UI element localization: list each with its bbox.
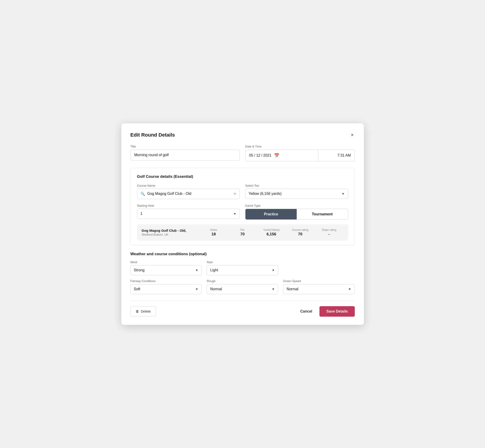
course-info-name-bold: Gog Magog Golf Club - Old, — [142, 229, 199, 232]
edit-round-modal: Edit Round Details × Title Date & Time 0… — [121, 123, 364, 325]
select-tee-dropdown[interactable]: Yellow (6,156 yards) ▼ — [245, 189, 348, 199]
weather-section: Weather and course conditions (optional)… — [130, 252, 355, 294]
delete-label: Delete — [141, 309, 151, 313]
trash-icon: 🗑 — [136, 309, 139, 313]
course-name-search[interactable]: 🔍 Gog Magog Golf Club - Old ✕ — [137, 189, 240, 199]
starting-hole-label: Starting Hole — [137, 204, 240, 207]
wind-dropdown[interactable]: Strong ▼ — [130, 265, 202, 275]
select-tee-label: Select Tee — [245, 184, 348, 187]
green-speed-value: Normal — [287, 287, 299, 291]
rain-label: Rain — [207, 260, 278, 264]
par-label: Par — [241, 228, 245, 232]
course-info-location: Shelford Bottom, UK — [142, 233, 199, 236]
rain-field: Rain Light ▼ — [207, 260, 278, 275]
game-type-toggle: Practice Tournament — [245, 209, 348, 220]
green-speed-label: Green Speed — [283, 279, 355, 283]
course-rating-value: 70 — [298, 232, 302, 237]
time-value: 7:31 AM — [338, 153, 351, 158]
golf-course-section: Golf Course details (Essential) Course N… — [130, 168, 355, 245]
par-stat: Par 70 — [228, 228, 257, 237]
date-value: 05 / 12 / 2021 — [249, 153, 271, 158]
select-tee-value: Yellow (6,156 yards) — [249, 192, 282, 196]
title-input[interactable] — [130, 150, 240, 160]
fairway-label: Fairway Conditions — [130, 279, 202, 283]
rough-label: Rough — [207, 279, 278, 283]
select-tee-field: Select Tee Yellow (6,156 yards) ▼ — [245, 184, 348, 199]
course-tee-row: Course Name 🔍 Gog Magog Golf Club - Old … — [137, 184, 348, 199]
footer-right: Cancel Save Details — [299, 306, 355, 317]
weather-section-title: Weather and course conditions (optional) — [130, 252, 355, 256]
conditions-row: Fairway Conditions Soft ▼ Rough Normal ▼… — [130, 279, 355, 294]
rough-dropdown[interactable]: Normal ▼ — [207, 284, 278, 294]
wind-value: Strong — [134, 268, 145, 272]
course-name-value: Gog Magog Golf Club - Old — [147, 192, 231, 196]
chevron-down-icon-rain: ▼ — [272, 268, 275, 272]
starting-hole-dropdown[interactable]: 1 ▼ — [137, 209, 240, 219]
top-fields: Title Date & Time 05 / 12 / 2021 📅 7:31 … — [130, 145, 355, 161]
date-time-row: 05 / 12 / 2021 📅 7:31 AM — [245, 150, 355, 161]
close-button[interactable]: × — [350, 132, 355, 138]
starting-hole-game-type-row: Starting Hole 1 ▼ Game Type Practice Tou… — [137, 204, 348, 220]
time-input[interactable]: 7:31 AM — [318, 150, 355, 161]
title-label: Title — [130, 145, 240, 148]
course-info-bar: Gog Magog Golf Club - Old, Shelford Bott… — [137, 224, 348, 241]
chevron-down-icon-fairway: ▼ — [195, 287, 198, 291]
clear-course-icon[interactable]: ✕ — [233, 192, 236, 196]
starting-hole-field: Starting Hole 1 ▼ — [137, 204, 240, 220]
holes-value: 18 — [211, 232, 216, 237]
modal-header: Edit Round Details × — [130, 132, 355, 138]
par-value: 70 — [241, 232, 245, 237]
chevron-down-icon: ▼ — [341, 192, 345, 196]
chevron-down-icon-rough: ▼ — [272, 287, 275, 291]
wind-label: Wind — [130, 260, 202, 264]
calendar-icon: 📅 — [274, 153, 279, 158]
fairway-dropdown[interactable]: Soft ▼ — [130, 284, 202, 294]
fairway-field: Fairway Conditions Soft ▼ — [130, 279, 202, 294]
chevron-down-icon-2: ▼ — [233, 212, 236, 216]
holes-stat: Holes 18 — [199, 228, 228, 237]
save-button[interactable]: Save Details — [319, 306, 355, 317]
holes-label: Holes — [210, 228, 217, 232]
yards-value: 6,156 — [267, 232, 276, 237]
yards-label: Yards(Yellow) — [263, 228, 280, 232]
course-rating-label: Course rating — [292, 228, 308, 232]
title-field-group: Title — [130, 145, 240, 161]
chevron-down-icon-green: ▼ — [348, 287, 351, 291]
chevron-down-icon-wind: ▼ — [195, 268, 198, 272]
slope-rating-label: Slope rating — [322, 228, 336, 232]
game-type-field: Game Type Practice Tournament — [245, 204, 348, 220]
course-name-field: Course Name 🔍 Gog Magog Golf Club - Old … — [137, 184, 240, 199]
date-input[interactable]: 05 / 12 / 2021 📅 — [245, 150, 318, 161]
date-time-label: Date & Time — [245, 145, 355, 148]
starting-hole-value: 1 — [140, 212, 143, 216]
course-name-label: Course Name — [137, 184, 240, 187]
date-time-field-group: Date & Time 05 / 12 / 2021 📅 7:31 AM — [245, 145, 355, 161]
cancel-button[interactable]: Cancel — [299, 306, 314, 316]
green-speed-field: Green Speed Normal ▼ — [283, 279, 355, 294]
course-info-name: Gog Magog Golf Club - Old, Shelford Bott… — [142, 229, 199, 236]
practice-toggle-btn[interactable]: Practice — [245, 209, 297, 219]
wind-rain-row: Wind Strong ▼ Rain Light ▼ — [130, 260, 355, 275]
footer-row: 🗑 Delete Cancel Save Details — [130, 306, 355, 317]
rain-dropdown[interactable]: Light ▼ — [207, 265, 278, 275]
search-icon: 🔍 — [140, 192, 145, 196]
slope-rating-stat: Slope rating - — [315, 228, 344, 237]
wind-field: Wind Strong ▼ — [130, 260, 202, 275]
rough-field: Rough Normal ▼ — [207, 279, 278, 294]
game-type-label: Game Type — [245, 204, 348, 207]
slope-rating-value: - — [328, 232, 330, 237]
modal-title: Edit Round Details — [130, 132, 175, 138]
delete-button[interactable]: 🗑 Delete — [130, 306, 156, 316]
yards-stat: Yards(Yellow) 6,156 — [257, 228, 286, 237]
golf-course-section-title: Golf Course details (Essential) — [137, 174, 348, 179]
course-rating-stat: Course rating 70 — [286, 228, 315, 237]
fairway-value: Soft — [134, 287, 140, 291]
green-speed-dropdown[interactable]: Normal ▼ — [283, 284, 355, 294]
tournament-toggle-btn[interactable]: Tournament — [297, 209, 348, 219]
rough-value: Normal — [210, 287, 222, 291]
rain-value: Light — [210, 268, 218, 272]
